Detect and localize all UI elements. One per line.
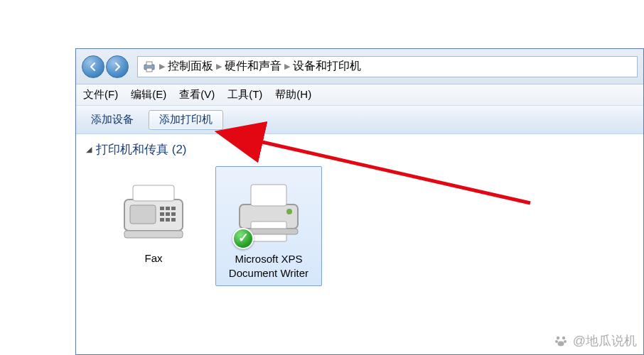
svg-point-24 xyxy=(562,337,565,339)
watermark: @地瓜说机 xyxy=(553,332,637,349)
svg-rect-7 xyxy=(166,207,170,210)
chevron-right-icon: ▶ xyxy=(216,62,222,71)
nav-back-button[interactable] xyxy=(82,55,104,78)
svg-rect-10 xyxy=(166,212,170,216)
category-title: 打印机和传真 (2) xyxy=(96,141,187,158)
svg-rect-6 xyxy=(160,207,164,210)
chevron-right-icon: ▶ xyxy=(284,62,290,71)
svg-rect-14 xyxy=(171,218,176,222)
svg-rect-5 xyxy=(130,205,156,224)
toolbar: 添加设备 添加打印机 xyxy=(76,106,643,134)
breadcrumb-item[interactable]: 控制面板 xyxy=(168,59,213,74)
svg-point-25 xyxy=(555,340,558,343)
svg-point-19 xyxy=(286,209,292,214)
chevron-right-icon: ▶ xyxy=(159,62,165,71)
svg-rect-17 xyxy=(251,185,286,206)
nav-forward-button[interactable] xyxy=(106,55,129,78)
menu-file[interactable]: 文件(F) xyxy=(83,88,118,102)
svg-rect-1 xyxy=(146,62,152,65)
printer-icon: ✓ xyxy=(230,173,308,251)
menu-view[interactable]: 查看(V) xyxy=(179,88,215,102)
device-label: Fax xyxy=(144,251,162,266)
paw-icon xyxy=(553,333,569,349)
svg-rect-9 xyxy=(160,212,164,216)
add-printer-button[interactable]: 添加打印机 xyxy=(149,110,223,130)
add-device-button[interactable]: 添加设备 xyxy=(80,110,144,130)
printer-icon xyxy=(142,60,156,73)
device-label: Microsoft XPS Document Writer xyxy=(219,252,318,280)
svg-rect-15 xyxy=(124,231,183,238)
breadcrumb-item[interactable]: 硬件和声音 xyxy=(225,59,281,74)
content-area: ◢ 打印机和传真 (2) xyxy=(76,134,643,293)
menu-help[interactable]: 帮助(H) xyxy=(275,88,311,102)
device-list: Fax ✓ Microsoft XPS Document Writer xyxy=(86,166,633,286)
device-item-fax[interactable]: Fax xyxy=(100,166,207,286)
svg-point-26 xyxy=(564,340,567,343)
titlebar: ▶ 控制面板 ▶ 硬件和声音 ▶ 设备和打印机 xyxy=(76,49,643,84)
svg-point-23 xyxy=(557,337,559,339)
breadcrumb-item[interactable]: 设备和打印机 xyxy=(293,59,361,74)
svg-rect-8 xyxy=(171,207,176,210)
device-item-xps-writer[interactable]: ✓ Microsoft XPS Document Writer xyxy=(215,166,322,286)
svg-rect-12 xyxy=(160,218,164,222)
svg-point-27 xyxy=(557,342,564,346)
svg-rect-13 xyxy=(166,218,170,222)
menu-tools[interactable]: 工具(T) xyxy=(227,88,262,102)
default-check-icon: ✓ xyxy=(232,228,254,249)
collapse-triangle-icon: ◢ xyxy=(86,145,92,154)
watermark-text: @地瓜说机 xyxy=(573,332,637,349)
nav-buttons xyxy=(82,55,129,78)
menu-edit[interactable]: 编辑(E) xyxy=(131,88,166,102)
svg-rect-2 xyxy=(146,68,152,72)
svg-rect-11 xyxy=(171,212,176,216)
category-header[interactable]: ◢ 打印机和传真 (2) xyxy=(86,141,633,158)
address-bar[interactable]: ▶ 控制面板 ▶ 硬件和声音 ▶ 设备和打印机 xyxy=(137,56,638,77)
fax-icon xyxy=(114,172,193,250)
menubar: 文件(F) 编辑(E) 查看(V) 工具(T) 帮助(H) xyxy=(76,84,643,106)
explorer-window: ▶ 控制面板 ▶ 硬件和声音 ▶ 设备和打印机 文件(F) 编辑(E) 查看(V… xyxy=(75,48,644,355)
svg-rect-4 xyxy=(133,185,174,201)
